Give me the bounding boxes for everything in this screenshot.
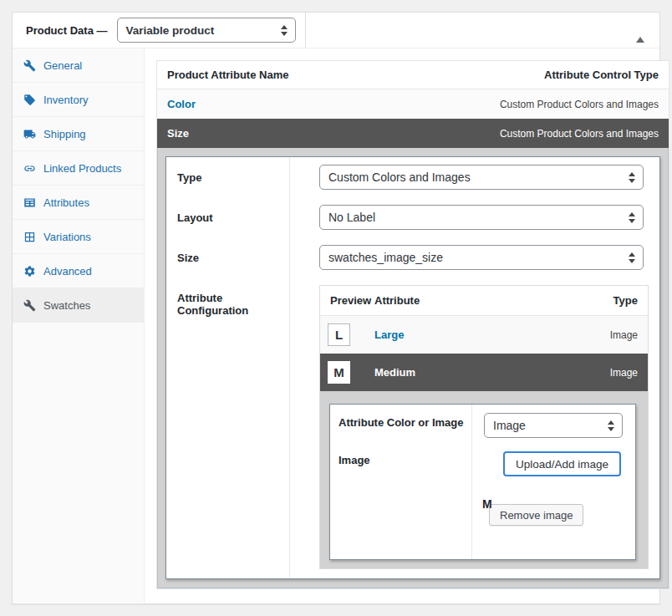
tab-variations[interactable]: Variations [13,220,144,254]
size-select-value: swatches_image_size [328,251,443,264]
tab-label: Shipping [43,128,86,140]
product-data-header: Product Data — Variable product [13,13,659,48]
image-preview-letter: M [482,497,492,511]
tab-swatches[interactable]: Swatches [13,288,144,323]
term-row-medium[interactable]: M Medium Image [320,354,648,391]
attribute-configuration-label: Attribute Configuration [166,277,290,578]
type-label: Type [166,157,290,197]
term-row-large[interactable]: L Large Image [320,315,648,354]
product-data-panel: Product Data — Variable product General … [12,12,660,604]
column-product-attribute-name: Product Attribute Name [167,69,288,81]
tab-linked-products[interactable]: Linked Products [13,151,144,186]
panel-title: Product Data — [26,24,108,37]
size-settings-frame: Type Custom Colors and Images Layout [157,148,669,588]
wrench-icon [23,59,36,72]
size-select[interactable]: swatches_image_size [319,245,644,270]
tab-advanced[interactable]: Advanced [13,254,144,288]
tab-label: Inventory [43,94,88,106]
product-data-tabs: General Inventory Shipping Linked Produc… [13,48,145,603]
form-icon [23,196,36,209]
medium-detail-frame: Attribute Color or Image Image [320,391,648,568]
size-label: Size [166,237,290,277]
link-icon [23,162,36,175]
layout-select[interactable]: No Label [319,205,644,230]
product-type-value: Variable product [126,24,215,37]
tab-general[interactable]: General [13,48,144,83]
select-stepper-icon [281,25,288,36]
tab-label: Swatches [43,299,90,312]
term-preview-swatch: L [328,323,350,346]
color-or-image-select[interactable]: Image [484,413,623,438]
color-or-image-select-value: Image [493,419,526,432]
grid-icon [23,231,36,243]
attribute-row-size[interactable]: Size Custom Product Colors and Images [157,119,669,148]
column-preview: Preview [330,294,374,307]
attribute-configuration-row: Attribute Configuration Preview Attribut… [166,277,659,578]
attribute-row-color[interactable]: Color Custom Product Colors and Images [157,89,669,119]
attribute-control-type: Custom Product Colors and Images [500,128,659,140]
gear-icon [23,265,36,277]
layout-label: Layout [166,197,290,237]
tab-attributes[interactable]: Attributes [13,186,144,220]
truck-icon [23,128,36,140]
term-type: Image [610,329,640,341]
attribute-name-link[interactable]: Color [167,98,196,110]
attribute-name-link[interactable]: Size [167,127,189,140]
swatches-panel: Product Attribute Name Attribute Control… [145,48,672,603]
type-field-row: Type Custom Colors and Images [166,157,659,197]
tab-inventory[interactable]: Inventory [13,83,144,117]
term-type: Image [610,367,640,379]
layout-field-row: Layout No Label [166,197,659,237]
term-name-link[interactable]: Medium [374,366,415,379]
type-select[interactable]: Custom Colors and Images [319,165,644,190]
attribute-configuration-table: Preview Attribute Type L Large Image [319,285,649,569]
tab-label: Linked Products [43,162,121,175]
select-stepper-icon [629,172,635,183]
tab-label: Attributes [43,196,89,209]
upload-add-image-button[interactable]: Upload/Add image [503,451,621,476]
wrench-icon [23,299,36,312]
attribute-control-type: Custom Product Colors and Images [500,99,659,110]
attribute-color-or-image-label: Attribute Color or Image [330,405,472,442]
config-table-header: Preview Attribute Type [320,286,648,315]
color-or-image-row: Attribute Color or Image Image [330,405,635,442]
select-stepper-icon [629,252,635,263]
header-divider [305,13,306,48]
column-type: Type [613,294,638,307]
size-field-row: Size swatches_image_size [166,237,659,277]
remove-image-button[interactable]: Remove image [489,504,583,526]
tab-label: General [43,59,82,72]
image-label: Image [330,442,472,559]
layout-select-value: No Label [328,211,375,224]
type-select-value: Custom Colors and Images [328,171,471,184]
attributes-table: Product Attribute Name Attribute Control… [156,60,669,589]
size-settings-panel: Type Custom Colors and Images Layout [165,156,660,579]
medium-detail-panel: Attribute Color or Image Image [329,404,636,560]
select-stepper-icon [629,212,635,223]
tab-label: Variations [43,231,91,243]
tag-icon [23,94,36,106]
collapse-toggle-icon[interactable] [633,21,648,40]
product-type-select[interactable]: Variable product [117,18,296,43]
image-row: Image M Upload/Add image Remove image [330,442,635,559]
column-attribute: Attribute [374,294,613,307]
term-name-link[interactable]: Large [374,328,404,341]
term-preview-swatch: M [328,361,350,384]
tab-label: Advanced [43,265,92,277]
attributes-table-header: Product Attribute Name Attribute Control… [157,61,669,89]
select-stepper-icon [608,420,614,431]
column-attribute-control-type: Attribute Control Type [544,69,659,81]
tab-shipping[interactable]: Shipping [13,117,144,151]
